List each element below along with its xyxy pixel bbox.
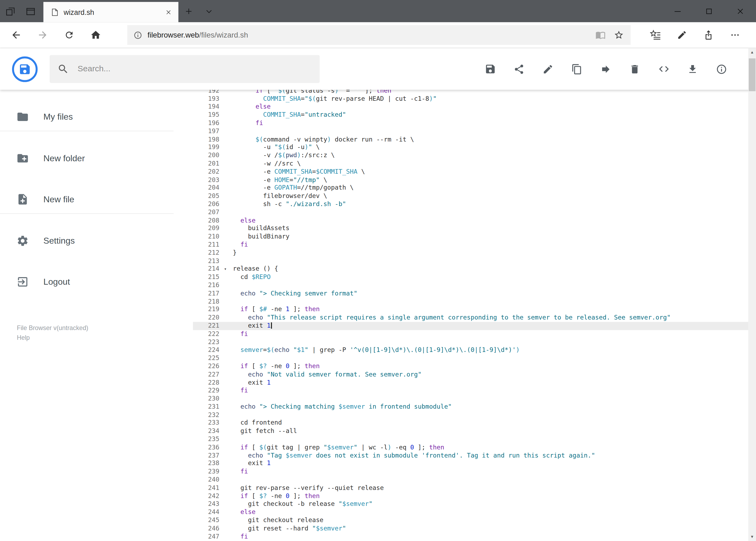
- sidebar-item-settings[interactable]: Settings: [0, 227, 193, 255]
- help-link[interactable]: Help: [17, 333, 193, 343]
- code-row[interactable]: 208 else: [193, 216, 756, 225]
- code-row[interactable]: 214▾release () {: [193, 265, 756, 273]
- refresh-button[interactable]: [58, 24, 80, 46]
- scroll-thumb[interactable]: [749, 58, 755, 91]
- page-scrollbar[interactable]: ▲ ▼: [748, 48, 756, 541]
- code-row[interactable]: 220 echo "This release script requires a…: [193, 314, 756, 322]
- scroll-down-arrow[interactable]: ▼: [748, 533, 756, 541]
- site-info-icon[interactable]: [133, 31, 142, 39]
- code-row[interactable]: 227 echo "Not valid semver format. See s…: [193, 370, 756, 379]
- web-note-button[interactable]: [671, 24, 693, 46]
- sidebar-item-logout[interactable]: Logout: [0, 268, 193, 296]
- code-row[interactable]: 221 exit 1: [193, 322, 756, 330]
- hub-favorites-button[interactable]: [644, 24, 666, 46]
- code-row[interactable]: 235: [193, 435, 756, 443]
- code-row[interactable]: 218: [193, 297, 756, 306]
- code-row[interactable]: 238 exit 1: [193, 460, 756, 468]
- code-row[interactable]: 222 fi: [193, 330, 756, 338]
- code-row[interactable]: 241 git rev-parse --verify --quiet relea…: [193, 484, 756, 492]
- code-row[interactable]: 193 COMMIT_SHA="$(git rev-parse HEAD | c…: [193, 95, 756, 103]
- code-row[interactable]: 225: [193, 354, 756, 362]
- save-button[interactable]: [480, 59, 500, 79]
- window-close-button[interactable]: [725, 0, 756, 22]
- raw-code-button[interactable]: [653, 59, 674, 79]
- code-row[interactable]: 224 semver=$(echo "$1" | grep -P '^v(0|[…: [193, 346, 756, 354]
- code-row[interactable]: 201 -w //src \: [193, 160, 756, 168]
- code-row[interactable]: 219 if [ $# -ne 1 ]; then: [193, 306, 756, 314]
- code-row[interactable]: 231 echo "> Checking matching $semver in…: [193, 403, 756, 411]
- sidebar-item-new-file[interactable]: New file: [0, 185, 193, 214]
- code-row[interactable]: 213: [193, 257, 756, 265]
- code-row[interactable]: 202 -e COMMIT_SHA=$COMMIT_SHA \: [193, 168, 756, 176]
- code-row[interactable]: 226 if [ $? -ne 0 ]; then: [193, 362, 756, 370]
- code-row[interactable]: 210 buildBinary: [193, 233, 756, 241]
- code-row[interactable]: 240: [193, 476, 756, 484]
- search-box[interactable]: [50, 55, 320, 83]
- code-row[interactable]: 215 cd $REPO: [193, 273, 756, 281]
- edit-button[interactable]: [538, 59, 559, 79]
- code-row[interactable]: 206 sh -c "./wizard.sh -b": [193, 200, 756, 208]
- code-row[interactable]: 228 exit 1: [193, 379, 756, 387]
- code-row[interactable]: 216: [193, 281, 756, 289]
- code-row[interactable]: 246 git reset --hard "$semver": [193, 525, 756, 533]
- address-bar[interactable]: filebrowser.web/files/wizard.sh: [127, 25, 631, 45]
- search-input[interactable]: [77, 64, 312, 74]
- sidebar-item-new-folder[interactable]: New folder: [0, 144, 193, 172]
- code-row[interactable]: 236 if [ $(git tag | grep "$semver" | wc…: [193, 443, 756, 452]
- code-row[interactable]: 217 echo "> Checking semver format": [193, 289, 756, 297]
- code-row[interactable]: 245 git checkout release: [193, 516, 756, 525]
- copy-button[interactable]: [567, 59, 587, 79]
- code-row[interactable]: 230: [193, 395, 756, 403]
- code-row[interactable]: 199 -u "$(id -u)" \: [193, 144, 756, 152]
- code-row[interactable]: 211 fi: [193, 241, 756, 249]
- set-tabs-aside-button[interactable]: [0, 0, 20, 22]
- forward-button[interactable]: [31, 24, 54, 46]
- code-row[interactable]: 234 git fetch --all: [193, 427, 756, 435]
- code-row[interactable]: 198 $(command -v winpty) docker run --rm…: [193, 135, 756, 144]
- code-row[interactable]: 244 else: [193, 508, 756, 516]
- code-row[interactable]: 229 fi: [193, 387, 756, 395]
- delete-button[interactable]: [624, 59, 645, 79]
- code-row[interactable]: 204 -e GOPATH=//tmp/gopath \: [193, 184, 756, 192]
- tab-list-chevron-button[interactable]: [199, 0, 219, 22]
- browser-tab[interactable]: wizard.sh: [44, 2, 178, 22]
- move-button[interactable]: [596, 59, 616, 79]
- scroll-up-arrow[interactable]: ▲: [748, 48, 756, 56]
- code-row[interactable]: 200 -v /$(pwd):/src:z \: [193, 152, 756, 160]
- code-row[interactable]: 196 fi: [193, 119, 756, 127]
- filebrowser-logo[interactable]: [12, 56, 38, 82]
- fold-toggle-icon[interactable]: ▾: [224, 265, 227, 273]
- add-favorite-button[interactable]: [610, 26, 628, 44]
- code-row[interactable]: 237 echo "Tag $semver does not exist in …: [193, 452, 756, 460]
- code-row[interactable]: 192 if [ "$(git status -s)" = "" ]; then: [193, 90, 756, 95]
- code-row[interactable]: 207: [193, 208, 756, 216]
- code-row[interactable]: 197: [193, 127, 756, 135]
- tab-preview-button[interactable]: [20, 0, 41, 22]
- back-button[interactable]: [5, 24, 27, 46]
- code-row[interactable]: 195 COMMIT_SHA="untracked": [193, 111, 756, 119]
- more-menu-button[interactable]: [724, 24, 746, 46]
- code-row[interactable]: 239 fi: [193, 468, 756, 476]
- tab-close-button[interactable]: [162, 6, 174, 18]
- code-row[interactable]: 194 else: [193, 103, 756, 111]
- code-editor[interactable]: 192 if [ "$(git status -s)" = "" ]; then…: [193, 90, 756, 541]
- sidebar-item-my-files[interactable]: My files: [0, 103, 193, 131]
- maximize-button[interactable]: [693, 0, 725, 22]
- share-button[interactable]: [697, 24, 719, 46]
- code-row[interactable]: 212}: [193, 249, 756, 257]
- download-button[interactable]: [682, 59, 703, 79]
- new-tab-button[interactable]: [178, 0, 199, 22]
- minimize-button[interactable]: [662, 0, 693, 22]
- code-row[interactable]: 233 cd frontend: [193, 419, 756, 427]
- share-file-button[interactable]: [509, 59, 530, 79]
- info-button[interactable]: [711, 59, 732, 79]
- reading-view-button[interactable]: [591, 26, 610, 44]
- code-row[interactable]: 247 fi: [193, 533, 756, 541]
- code-row[interactable]: 232: [193, 411, 756, 419]
- code-row[interactable]: 223: [193, 338, 756, 346]
- code-row[interactable]: 242 if [ $? -ne 0 ]; then: [193, 492, 756, 500]
- code-row[interactable]: 209 buildAssets: [193, 225, 756, 233]
- code-row[interactable]: 205 filebrowser/dev \: [193, 192, 756, 200]
- code-row[interactable]: 203 -e HOME="//tmp" \: [193, 176, 756, 184]
- home-button[interactable]: [85, 24, 107, 46]
